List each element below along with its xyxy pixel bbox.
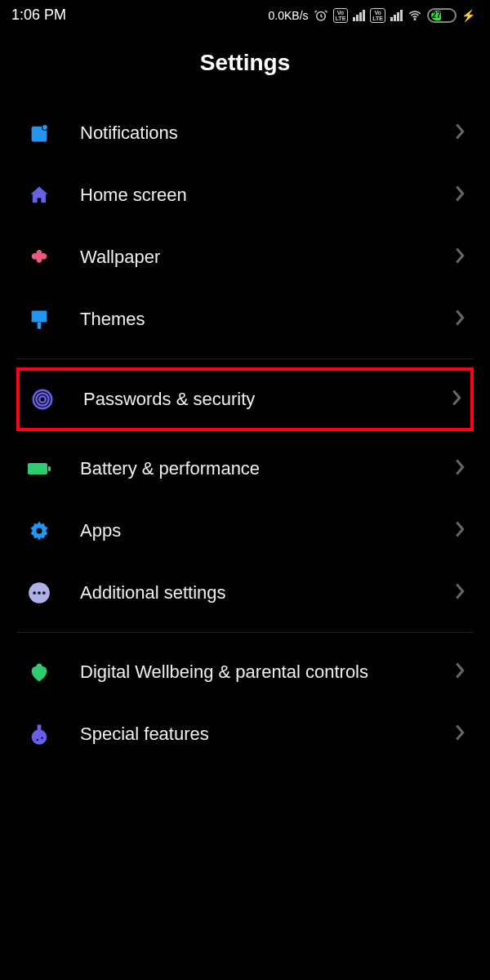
- signal-icon-2: [390, 10, 403, 21]
- settings-item-label: Battery & performance: [80, 457, 428, 480]
- svg-point-11: [37, 528, 42, 533]
- chevron-right-icon: [454, 309, 466, 330]
- settings-item-label: Passwords & security: [83, 388, 425, 411]
- settings-item-battery[interactable]: Battery & performance: [16, 438, 474, 500]
- chevron-right-icon: [454, 122, 466, 144]
- settings-item-home-screen[interactable]: Home screen: [16, 164, 474, 226]
- svg-rect-10: [48, 466, 51, 471]
- flask-icon: [24, 723, 54, 746]
- svg-point-6: [39, 396, 46, 403]
- divider: [16, 632, 474, 633]
- notifications-icon: [24, 122, 54, 145]
- chevron-right-icon: [454, 185, 466, 206]
- status-time: 1:06 PM: [11, 7, 66, 24]
- signal-icon-1: [353, 10, 365, 21]
- chevron-right-icon: [454, 458, 466, 479]
- divider: [16, 359, 474, 359]
- wifi-icon: [408, 8, 422, 23]
- svg-point-7: [37, 394, 49, 406]
- settings-item-label: Wallpaper: [80, 246, 428, 269]
- volte-icon-2: VoLTE: [370, 8, 385, 23]
- highlight-passwords-security: Passwords & security: [16, 368, 474, 431]
- svg-rect-4: [32, 311, 47, 323]
- settings-item-label: Additional settings: [80, 581, 428, 604]
- status-bar: 1:06 PM 0.0KB/s VoLTE VoLTE 27 ⚡: [0, 0, 490, 30]
- settings-item-label: Digital Wellbeing & parental controls: [80, 661, 428, 684]
- settings-item-passwords-security[interactable]: Passwords & security: [20, 371, 470, 428]
- settings-list-2: Battery & performance Apps Additional se…: [0, 438, 490, 624]
- network-speed: 0.0KB/s: [269, 9, 309, 22]
- svg-point-1: [414, 18, 416, 20]
- page-title: Settings: [0, 30, 490, 102]
- settings-item-label: Notifications: [80, 122, 428, 145]
- settings-item-notifications[interactable]: Notifications: [16, 102, 474, 164]
- settings-item-themes[interactable]: Themes: [16, 288, 474, 350]
- settings-item-special-features[interactable]: Special features: [16, 703, 474, 765]
- chevron-right-icon: [454, 247, 466, 268]
- svg-point-18: [32, 729, 47, 745]
- svg-rect-5: [38, 323, 42, 329]
- chevron-right-icon: [454, 582, 466, 604]
- alarm-icon: [314, 8, 328, 23]
- settings-item-label: Themes: [80, 308, 428, 331]
- battery-icon: 27: [427, 8, 457, 23]
- chevron-right-icon: [454, 520, 466, 541]
- heart-icon: [24, 661, 54, 684]
- settings-item-apps[interactable]: Apps: [16, 500, 474, 562]
- settings-item-label: Apps: [80, 519, 428, 542]
- svg-point-19: [37, 738, 38, 740]
- chevron-right-icon: [451, 389, 462, 410]
- svg-point-14: [38, 591, 41, 595]
- flower-icon: [24, 246, 54, 269]
- svg-point-15: [42, 591, 46, 595]
- settings-list: Notifications Home screen Wallpaper Them…: [0, 102, 490, 350]
- settings-item-additional[interactable]: Additional settings: [16, 562, 474, 624]
- fingerprint-icon: [28, 387, 57, 412]
- svg-point-13: [33, 591, 36, 595]
- gear-icon: [24, 519, 54, 542]
- settings-item-digital-wellbeing[interactable]: Digital Wellbeing & parental controls: [16, 641, 474, 703]
- charging-icon: ⚡: [461, 9, 475, 22]
- svg-point-20: [41, 737, 42, 738]
- chevron-right-icon: [454, 662, 466, 683]
- status-right: 0.0KB/s VoLTE VoLTE 27 ⚡: [269, 8, 475, 23]
- settings-item-label: Special features: [80, 723, 428, 746]
- settings-item-wallpaper[interactable]: Wallpaper: [16, 226, 474, 288]
- more-icon: [24, 581, 54, 604]
- brush-icon: [24, 308, 54, 331]
- svg-rect-9: [28, 463, 47, 474]
- svg-point-3: [42, 125, 48, 131]
- settings-item-label: Home screen: [80, 184, 428, 207]
- home-icon: [24, 184, 54, 207]
- chevron-right-icon: [454, 724, 466, 745]
- volte-icon-1: VoLTE: [333, 8, 349, 23]
- settings-list-3: Digital Wellbeing & parental controls Sp…: [0, 641, 490, 765]
- battery-icon: [24, 460, 54, 478]
